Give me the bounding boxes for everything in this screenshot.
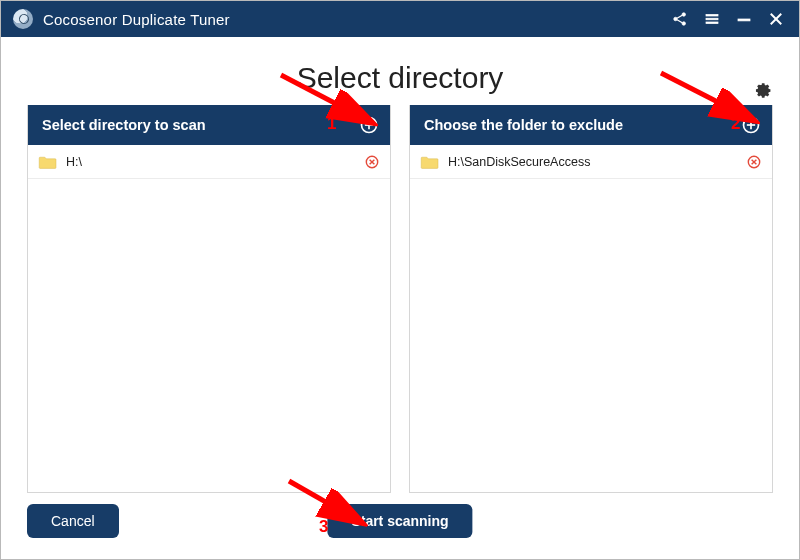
- add-exclude-folder-button[interactable]: [740, 114, 762, 136]
- svg-rect-8: [738, 19, 750, 21]
- scan-panel: Select directory to scan H:\: [27, 105, 391, 493]
- remove-scan-folder-button[interactable]: [364, 154, 380, 170]
- start-scanning-button[interactable]: Start scanning: [327, 504, 472, 538]
- add-scan-folder-button[interactable]: [358, 114, 380, 136]
- folder-icon: [38, 154, 58, 170]
- svg-line-3: [677, 15, 682, 18]
- app-title: Cocosenor Duplicate Tuner: [43, 11, 230, 28]
- page-title: Select directory: [297, 61, 504, 95]
- folder-path: H:\: [66, 155, 82, 169]
- svg-point-0: [674, 17, 677, 20]
- exclude-panel-header-label: Choose the folder to exclude: [424, 117, 623, 133]
- svg-point-2: [682, 22, 685, 25]
- scan-panel-header-label: Select directory to scan: [42, 117, 206, 133]
- titlebar: Cocosenor Duplicate Tuner: [1, 1, 799, 37]
- close-icon[interactable]: [765, 8, 787, 30]
- svg-rect-5: [706, 15, 718, 17]
- exclude-panel: Choose the folder to exclude H:\SanDiskS…: [409, 105, 773, 493]
- minimize-icon[interactable]: [733, 8, 755, 30]
- folder-icon: [420, 154, 440, 170]
- folder-path: H:\SanDiskSecureAccess: [448, 155, 590, 169]
- remove-circle-icon: [747, 155, 761, 169]
- svg-point-1: [682, 13, 685, 16]
- list-item: H:\: [28, 145, 390, 179]
- plus-circle-icon: [741, 115, 761, 135]
- exclude-panel-body: H:\SanDiskSecureAccess: [410, 145, 772, 492]
- share-icon[interactable]: [669, 8, 691, 30]
- svg-line-4: [677, 20, 682, 23]
- plus-circle-icon: [359, 115, 379, 135]
- footer: Cancel Start scanning: [27, 493, 773, 549]
- scan-panel-body: H:\: [28, 145, 390, 492]
- scan-panel-header: Select directory to scan: [28, 105, 390, 145]
- svg-rect-7: [706, 22, 718, 24]
- app-window: Cocosenor Duplicate Tuner Select directo…: [0, 0, 800, 560]
- panels: Select directory to scan H:\: [27, 105, 773, 493]
- remove-exclude-folder-button[interactable]: [746, 154, 762, 170]
- list-item: H:\SanDiskSecureAccess: [410, 145, 772, 179]
- menu-icon[interactable]: [701, 8, 723, 30]
- exclude-panel-header: Choose the folder to exclude: [410, 105, 772, 145]
- remove-circle-icon: [365, 155, 379, 169]
- cancel-button[interactable]: Cancel: [27, 504, 119, 538]
- page-title-row: Select directory: [27, 51, 773, 105]
- settings-button[interactable]: [751, 77, 773, 99]
- gear-icon: [751, 77, 773, 99]
- app-logo-icon: [13, 9, 33, 29]
- svg-rect-6: [706, 18, 718, 20]
- content-area: Select directory Select directory to sca…: [1, 37, 799, 559]
